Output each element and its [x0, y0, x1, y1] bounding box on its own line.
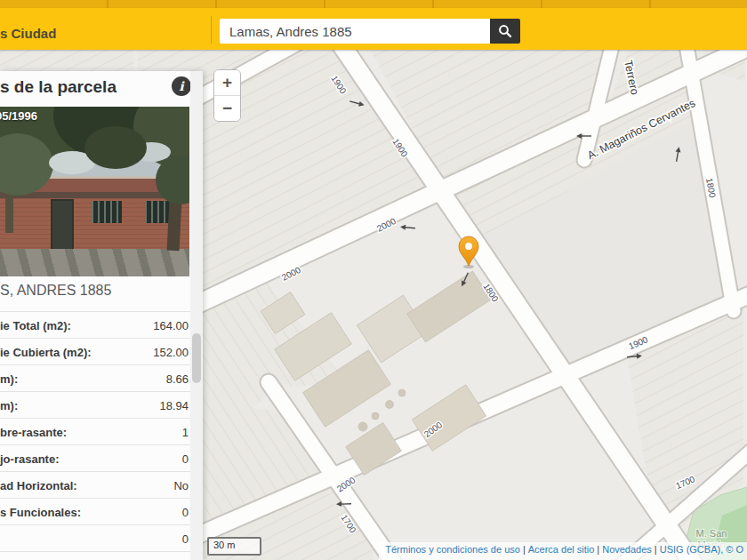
row-label: ad Horizontal: — [0, 479, 77, 492]
row-label: ie Total (m2): — [0, 319, 71, 332]
table-row: m):8.66 — [0, 365, 190, 392]
zoom-out-button[interactable]: − — [214, 96, 240, 121]
attr-suffix: , © O — [720, 544, 743, 555]
table-row: jo-rasante:0 — [0, 445, 190, 472]
table-row: ad Horizontal:No — [0, 472, 190, 499]
news-link[interactable]: Novedades — [602, 544, 652, 555]
search-icon — [498, 24, 512, 38]
panel-scrollbar-track[interactable] — [190, 71, 203, 560]
attr-separator: | — [594, 544, 602, 555]
city-logo-text: s Ciudad — [0, 26, 56, 41]
map-scale-bar: 30 m — [207, 537, 261, 556]
row-label: s Funcionales: — [0, 506, 81, 519]
row-value: 8.66 — [166, 372, 189, 386]
map-attribution: Términos y condiciones de uso|Acerca del… — [379, 542, 747, 560]
row-label: bre-rasante: — [0, 426, 67, 439]
photo-door — [51, 199, 74, 254]
usig-link[interactable]: USIG (GCBA) — [660, 544, 720, 555]
row-value: 0 — [182, 532, 189, 546]
row-value: 18.94 — [159, 399, 189, 412]
row-label: m): — [0, 399, 18, 412]
parcel-address: S, ANDRES 1885 — [0, 283, 111, 299]
table-row: ie Cubierta (m2):152.00 — [0, 339, 190, 365]
parcel-info-panel: s de la parcela i 05/1996 S, ANDRES 1885 — [0, 71, 203, 560]
table-row: ie Total (m2):164.00 — [0, 312, 190, 339]
table-row: s Funcionales:0 — [0, 499, 190, 525]
parcel-photo: 05/1996 — [0, 107, 189, 276]
info-icon[interactable]: i — [172, 76, 191, 96]
attr-separator: | — [520, 544, 528, 555]
about-link[interactable]: Acerca del sitio — [528, 544, 595, 555]
parcel-attributes-table: ie Total (m2):164.00 ie Cubierta (m2):15… — [0, 311, 190, 552]
app-header: s Ciudad — [0, 8, 747, 50]
row-value: 164.00 — [153, 319, 189, 332]
row-value: 152.00 — [153, 346, 189, 359]
terms-link[interactable]: Términos y condiciones de uso — [385, 544, 520, 555]
search-input[interactable] — [220, 19, 490, 44]
attr-separator: | — [652, 544, 660, 555]
row-label: jo-rasante: — [0, 452, 59, 466]
map-zoom-control: + − — [213, 69, 241, 122]
row-label: ie Cubierta (m2): — [0, 346, 92, 359]
panel-scrollbar-thumb[interactable] — [192, 333, 201, 383]
photo-window — [92, 201, 122, 223]
table-row: m):18.94 — [0, 392, 190, 419]
row-value: No — [173, 479, 189, 492]
row-label: m): — [0, 372, 18, 386]
panel-title: s de la parcela — [0, 77, 116, 97]
search-button[interactable] — [490, 19, 520, 44]
zoom-in-button[interactable]: + — [214, 70, 240, 96]
row-value: 1 — [182, 426, 189, 439]
table-row: bre-rasante:1 — [0, 419, 190, 445]
row-value: 0 — [182, 506, 189, 519]
photo-date-overlay: 05/1996 — [0, 109, 37, 123]
header-divider — [211, 16, 212, 44]
row-value: 0 — [182, 452, 189, 466]
table-row: 0 — [0, 525, 190, 552]
app-window: 1900 1900 1800 2000 2000 1800 1900 2000 … — [0, 0, 747, 560]
park-label-line1: M. San — [696, 528, 727, 539]
